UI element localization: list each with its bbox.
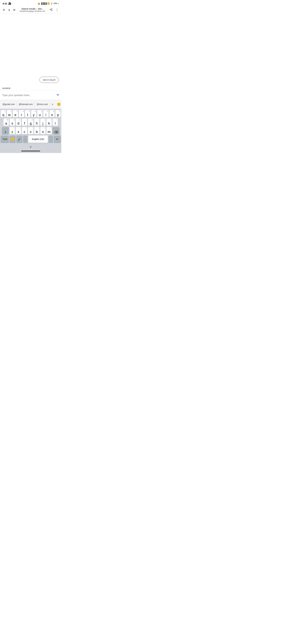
battery-icon: 🔋 bbox=[50, 2, 53, 5]
home-indicator-bar bbox=[0, 150, 61, 153]
signal-icon: ▐▐▐▐ bbox=[41, 2, 46, 5]
keyboard-row-1: 1 q 2 w 3 e 4 r 5 t 6 y 7 u 8 i bbox=[1, 110, 61, 117]
search-input-area bbox=[0, 91, 61, 100]
key-k[interactable]: ( k bbox=[46, 118, 52, 126]
home-indicator bbox=[21, 150, 40, 152]
key-t[interactable]: 5 t bbox=[25, 110, 30, 117]
key-j[interactable]: + j bbox=[40, 118, 46, 126]
mic-key[interactable]: 🎤 bbox=[16, 136, 22, 143]
key-o[interactable]: 9 o bbox=[50, 110, 55, 117]
page-url: simplefastingapp.zendesk.com bbox=[20, 10, 45, 12]
key-h[interactable]: - h bbox=[34, 118, 40, 126]
camera-icon: 🎥 bbox=[8, 2, 11, 5]
key-c[interactable]: ' c bbox=[22, 127, 27, 134]
svg-line-3 bbox=[51, 10, 52, 10]
key-p[interactable]: 0 p bbox=[55, 110, 61, 117]
battery-percent: 43% bbox=[54, 2, 57, 4]
emoji-key-icon: 🙂 bbox=[11, 137, 15, 141]
page-content-area bbox=[0, 14, 61, 84]
time: 4:31 bbox=[2, 2, 7, 5]
status-bar: 4:31 🎥 · 🔔 ▐▐▐▐ 📶 🔋 43% ● bbox=[0, 0, 61, 6]
period-key[interactable]: . bbox=[48, 136, 53, 143]
email-suggestion-hotmail[interactable]: @hotmail.com bbox=[17, 102, 35, 106]
close-button[interactable]: ✕ bbox=[2, 8, 6, 12]
svg-marker-5 bbox=[56, 94, 58, 96]
key-r[interactable]: 4 r bbox=[19, 110, 24, 117]
status-left: 4:31 🎥 · bbox=[2, 2, 13, 5]
emoji-keyboard-button[interactable]: 🙂 bbox=[10, 136, 16, 143]
key-s[interactable]: # s bbox=[10, 118, 15, 126]
key-w[interactable]: 2 w bbox=[7, 110, 12, 117]
key-f[interactable]: _ f bbox=[22, 118, 27, 126]
space-key-label: English (UK) bbox=[32, 138, 44, 140]
return-icon: ↵ bbox=[56, 138, 58, 141]
return-key[interactable]: ↵ bbox=[54, 136, 61, 143]
key-q-sub: 1 bbox=[4, 110, 5, 112]
key-b[interactable]: ; b bbox=[34, 127, 40, 134]
send-button[interactable] bbox=[56, 93, 59, 98]
key-g[interactable]: & g bbox=[28, 118, 33, 126]
page-title: Search results – Sim... bbox=[22, 8, 44, 10]
email-suggestion-gmail[interactable]: @gmail.com bbox=[1, 102, 17, 106]
wifi-icon: 📶 bbox=[47, 2, 50, 5]
svg-point-0 bbox=[52, 8, 52, 9]
email-chevron-icon[interactable]: ∨ bbox=[50, 102, 55, 107]
zendesk-label: zendesk bbox=[0, 86, 61, 91]
status-right: 🔔 ▐▐▐▐ 📶 🔋 43% ● bbox=[38, 2, 59, 5]
keyboard-row-3: ⇧ * z " x ' c : v ; b ! n ? m bbox=[1, 127, 61, 134]
get-in-touch-button[interactable]: Get in touch bbox=[40, 77, 59, 83]
key-y[interactable]: 6 y bbox=[31, 110, 36, 117]
key-a[interactable]: @ a bbox=[4, 118, 9, 126]
period-label: . bbox=[50, 138, 51, 140]
menu-button[interactable]: ⋮ bbox=[55, 7, 60, 12]
filter-button[interactable]: ⊞ bbox=[12, 8, 16, 12]
mic-icon: 🎤 bbox=[18, 138, 21, 141]
emoji-button[interactable]: 🙂 bbox=[55, 102, 61, 107]
key-x[interactable]: " x bbox=[16, 127, 21, 134]
keyboard-row-2: @ a # s £ d _ f & g - h + j ( k bbox=[1, 118, 61, 126]
shift-key[interactable]: ⇧ bbox=[2, 127, 9, 134]
delete-key[interactable]: ⌫ bbox=[52, 127, 60, 134]
chevron-down-button[interactable]: ∨ bbox=[8, 8, 11, 12]
url-area: Search results – Sim... simplefastingapp… bbox=[18, 8, 48, 12]
mute-icon: 🔔 bbox=[38, 2, 40, 5]
num-key-label: ?123 bbox=[2, 138, 7, 140]
num-key[interactable]: ?123 bbox=[1, 136, 9, 143]
browser-bar: ✕ ∨ ⊞ Search results – Sim... simplefast… bbox=[0, 6, 61, 14]
comma-label: , bbox=[25, 138, 26, 140]
keyboard-hide-row: ∨ bbox=[0, 145, 61, 150]
battery-dot: ● bbox=[58, 3, 59, 4]
dot-separator: · bbox=[12, 2, 13, 5]
space-key[interactable]: English (UK) bbox=[28, 136, 48, 143]
keyboard: 1 q 2 w 3 e 4 r 5 t 6 y 7 u 8 i bbox=[0, 109, 61, 145]
main-content: Get in touch bbox=[0, 14, 61, 86]
key-n[interactable]: ! n bbox=[40, 127, 46, 134]
email-suggestion-msn[interactable]: @msn.com bbox=[35, 102, 50, 106]
key-z[interactable]: * z bbox=[10, 127, 15, 134]
svg-point-2 bbox=[52, 10, 52, 11]
share-button[interactable] bbox=[49, 8, 53, 12]
svg-line-4 bbox=[51, 9, 52, 9]
search-input[interactable] bbox=[2, 94, 56, 97]
svg-point-1 bbox=[50, 9, 51, 10]
email-suggestions-bar: @gmail.com @hotmail.com @msn.com ∨ 🙂 bbox=[0, 100, 61, 109]
keyboard-hide-button[interactable]: ∨ bbox=[30, 145, 32, 149]
key-e[interactable]: 3 e bbox=[13, 110, 18, 117]
key-q[interactable]: 1 q bbox=[1, 110, 6, 117]
keyboard-bottom-row: ?123 🙂 🎤 , English (UK) . ↵ bbox=[1, 136, 61, 143]
key-l[interactable]: ) l bbox=[52, 118, 58, 126]
key-d[interactable]: £ d bbox=[16, 118, 21, 126]
key-m[interactable]: ? m bbox=[46, 127, 52, 134]
comma-key[interactable]: , bbox=[23, 136, 28, 143]
key-u[interactable]: 7 u bbox=[37, 110, 42, 117]
key-v[interactable]: : v bbox=[28, 127, 33, 134]
key-i[interactable]: 8 i bbox=[43, 110, 48, 117]
